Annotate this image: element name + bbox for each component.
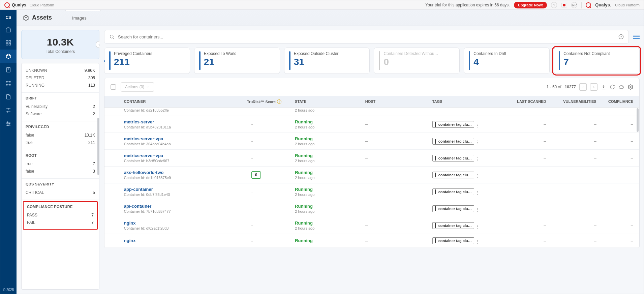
table-row[interactable]: Container Id: da2183552ffe2 hours ago [104, 108, 639, 116]
table-scrollbar[interactable] [637, 108, 639, 132]
sidebar-assets-icon[interactable] [0, 50, 17, 63]
tag-more-icon[interactable]: ⋮ [476, 123, 480, 128]
kpi-card[interactable]: Containers Detected Withou…0 [374, 48, 460, 74]
col-tags[interactable]: TAGS [432, 99, 503, 104]
table-row[interactable]: api-containerContainer Id: 7b71dc557477-… [104, 200, 639, 217]
tab-images[interactable]: Images [65, 11, 101, 25]
tag-more-icon[interactable]: ⋮ [476, 190, 480, 195]
table-row[interactable]: aks-helloworld-twoContainer Id: de1b0168… [104, 167, 639, 183]
table-row[interactable]: app-containerContainer Id: 0db7f86d1e43-… [104, 183, 639, 200]
brand-name: Qualys. [12, 2, 28, 7]
container-name-link[interactable]: nginx [124, 238, 231, 243]
table-row[interactable]: nginx-Running–container tag clu…⋮––– [104, 234, 639, 248]
col-trurisk[interactable]: TruRisk™ Scorei [231, 99, 295, 104]
facet-row[interactable]: RUNNING113 [26, 82, 95, 89]
col-vuln[interactable]: VULNERABILITIES [546, 99, 596, 104]
actions-dropdown[interactable]: Actions (0) [121, 82, 154, 92]
sidebar-app-label[interactable]: CS [6, 12, 11, 23]
kpi-card[interactable]: Exposed Outside Cluster31 [284, 48, 370, 74]
container-name-link[interactable]: metrics-server [124, 119, 231, 124]
tag-more-icon[interactable]: ⋮ [476, 239, 480, 244]
col-host[interactable]: HOST [365, 99, 432, 104]
topbar: Qualys. Cloud Platform Your trial for th… [0, 0, 644, 10]
sidebar-dashboard-icon[interactable] [0, 36, 17, 50]
upgrade-button[interactable]: Upgrade Now! [514, 2, 547, 8]
sidebar-file-icon[interactable] [0, 90, 17, 104]
col-scanned[interactable]: LAST SCANNED [502, 99, 546, 104]
svg-point-25 [110, 35, 113, 38]
tag-more-icon[interactable]: ⋮ [476, 140, 480, 145]
facet-row[interactable]: false10.1K [26, 131, 95, 139]
gear-icon[interactable] [628, 84, 633, 90]
select-all-checkbox[interactable] [111, 84, 116, 90]
facet-row[interactable]: UNKNOWN9.86K [26, 67, 95, 74]
next-page-button[interactable]: › [590, 83, 597, 91]
facet-row[interactable]: true7 [26, 160, 95, 168]
table-row[interactable]: metrics-serverContainer Id: a5b43201311a… [104, 116, 639, 133]
kpi-card[interactable]: Exposed To World21 [194, 48, 280, 74]
menu-icon[interactable] [633, 35, 640, 39]
facet-row[interactable]: true211 [26, 139, 95, 146]
tag-more-icon[interactable]: ⋮ [476, 207, 480, 212]
svg-rect-0 [6, 40, 8, 42]
facet-row[interactable]: PASS7 [27, 211, 94, 219]
sidebar-policies-icon[interactable] [0, 77, 17, 90]
container-name-link[interactable]: nginx [124, 220, 231, 226]
kpi-card[interactable]: Containers In Drift4 [464, 48, 550, 74]
record-icon[interactable] [561, 3, 567, 7]
col-comp[interactable]: COMPLIANCE [596, 99, 633, 104]
facet-row[interactable]: FAIL7 [27, 219, 94, 226]
table-row[interactable]: metrics-server-vpaContainer Id: b3cf50cd… [104, 150, 639, 167]
info-icon[interactable]: i [277, 99, 281, 104]
tag-chip[interactable]: container tag clu… [432, 121, 474, 128]
facet-row[interactable]: DELETED305 [26, 74, 95, 82]
tag-more-icon[interactable]: ⋮ [476, 224, 480, 229]
search-help-icon[interactable]: ? [618, 34, 624, 39]
table-row[interactable]: metrics-server-vpaContainer Id: 364aca04… [104, 133, 639, 150]
container-name-link[interactable]: metrics-server-vpa [124, 153, 231, 158]
facet-row[interactable]: Vulnerability2 [26, 103, 95, 110]
tag-chip[interactable]: container tag clu… [432, 138, 474, 145]
collapse-panel-button[interactable]: ‹ [96, 41, 99, 48]
tag-chip[interactable]: container tag clu… [432, 237, 474, 244]
container-name-link[interactable]: aks-helloworld-two [124, 170, 231, 175]
brand-name-r: Qualys. [595, 2, 611, 7]
trial-expiry-text: Your trial for this application expires … [425, 3, 510, 7]
search-box[interactable]: ? [104, 30, 629, 43]
tag-chip[interactable]: container tag clu… [432, 205, 474, 212]
col-container[interactable]: CONTAINER [124, 99, 231, 104]
facet-priv-title: PRIVILEGED [26, 125, 95, 129]
col-state[interactable]: STATE [295, 99, 365, 104]
refresh-icon[interactable] [610, 84, 615, 90]
help-icon[interactable]: ? [551, 2, 557, 8]
tag-chip[interactable]: container tag clu… [432, 172, 474, 178]
tag-chip[interactable]: container tag clu… [432, 188, 474, 195]
tag-chip[interactable]: container tag clu… [432, 222, 474, 229]
sidebar-reports-icon[interactable] [0, 63, 17, 77]
cloud-icon[interactable] [618, 84, 624, 90]
facet-row[interactable]: CRITICAL5 [26, 189, 95, 196]
container-name-link[interactable]: metrics-server-vpa [124, 136, 231, 141]
table-row[interactable]: nginxContainer Id: df02ac1f28d3-Running2… [104, 217, 639, 234]
sidebar-home-icon[interactable] [0, 23, 17, 36]
container-name-link[interactable]: app-container [124, 187, 231, 192]
facet-row[interactable]: false3 [26, 168, 95, 175]
facet-row[interactable]: Software2 [26, 110, 95, 118]
container-name-link[interactable]: api-container [124, 204, 231, 209]
kpi-card[interactable]: Privileged Containers211 [104, 48, 190, 74]
download-icon[interactable] [601, 84, 606, 90]
sidebar-settings-icon[interactable] [0, 117, 17, 130]
prev-page-button[interactable]: ‹ [579, 83, 587, 91]
kpi-card[interactable]: Containers Not Compliant7 [554, 48, 640, 74]
search-input[interactable] [118, 34, 615, 39]
tabs-row: Assets ClustersContainersImagesHostsRegi… [17, 10, 644, 26]
sidebar-config-icon[interactable] [0, 104, 17, 117]
kpi-scroll-left[interactable]: ‹ [103, 58, 105, 64]
svg-text:?: ? [620, 35, 622, 38]
qualys-logo-icon [4, 2, 10, 8]
tag-more-icon[interactable]: ⋮ [476, 156, 480, 161]
avatar[interactable]: RP [571, 2, 577, 8]
facet-scrollbar[interactable] [97, 118, 99, 175]
tag-chip[interactable]: container tag clu… [432, 155, 474, 161]
tag-more-icon[interactable]: ⋮ [476, 173, 480, 178]
